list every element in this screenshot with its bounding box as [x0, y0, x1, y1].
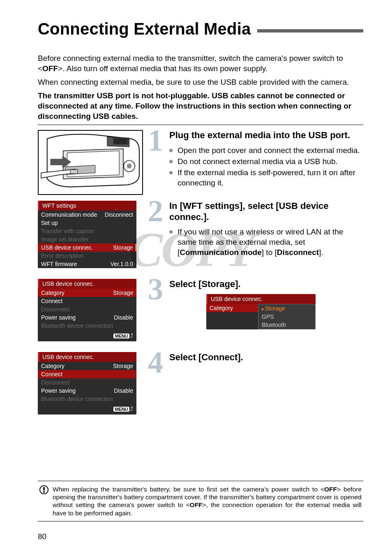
s2-b-b: Communication mode	[180, 248, 262, 257]
wft-row-transfer: Transfer with caption	[38, 227, 136, 235]
step-1-bullets: Open the port cover and connect the exte…	[169, 145, 363, 188]
usb2-row-category: CategoryStorage	[38, 362, 136, 370]
wft-row-firmware: WFT firmwareVer.1.0.0	[38, 260, 136, 268]
usb2-power-label: Power saving	[41, 387, 76, 394]
note-off2: OFF	[190, 501, 203, 508]
step-2-heading: In [WFT settings], select [USB device co…	[169, 201, 363, 222]
dd-opt-storage: ▸Storage	[258, 304, 315, 313]
wft-settings-menu: WFT settings Communication modeDisconnec…	[38, 201, 136, 268]
usb-menu-1: USB device connec. CategoryStorage Conne…	[38, 279, 136, 341]
step-4-num-col: 4	[148, 352, 169, 419]
step-4-heading: Select [Connect].	[169, 352, 363, 363]
intro-paragraph-2: When connecting external media, be sure …	[38, 77, 363, 87]
caution-note: When replacing the transmitter's battery…	[38, 481, 363, 522]
usb2-category-label: Category	[41, 363, 65, 369]
wft-row-imgsel-label: Image sel./transfer	[41, 236, 89, 243]
step-3-heading: Select [Storage].	[169, 279, 363, 290]
usb2-footer: MENU⤴	[38, 403, 136, 415]
step-4-number: 4	[148, 350, 169, 375]
camera-svg	[39, 131, 142, 194]
usb1-row-connect: Connect	[38, 297, 136, 305]
wft-row-setup-label: Set up	[41, 220, 58, 226]
usb1-category-value: Storage	[113, 290, 133, 296]
wft-row-usb-label: USB device connec.	[41, 244, 93, 251]
wft-row-error-label: Error description	[41, 253, 83, 259]
intro-p1-off: OFF	[42, 64, 58, 73]
wft-row-commmode: Communication modeDisconnect	[38, 211, 136, 219]
step-3-row: USB device connec. CategoryStorage Conne…	[38, 279, 363, 346]
step-4-body: Select [Connect].	[169, 352, 363, 419]
usb1-category-label: Category	[41, 290, 65, 296]
intro-paragraph-3: The transmitter USB port is not hot-plug…	[38, 90, 363, 121]
camera-illustration	[38, 130, 143, 195]
step-2-body: In [WFT settings], select [USB device co…	[169, 201, 363, 273]
step-4-row: USB device connec. CategoryStorage Conne…	[38, 352, 363, 419]
wft-row-error: Error description	[38, 252, 136, 260]
wft-menu-title: WFT settings	[38, 201, 136, 211]
step-1-number: 1	[148, 128, 169, 153]
step-3-number: 3	[148, 277, 169, 301]
usb2-title: USB device connec.	[38, 352, 136, 362]
wft-row-usb-value: Storage	[113, 244, 133, 251]
usb1-connect-label: Connect	[41, 298, 62, 304]
usb1-power-label: Power saving	[41, 314, 76, 321]
usb2-disconnect-label: Disconnect	[41, 379, 69, 386]
intro-divider	[38, 125, 363, 125]
wft-row-commmode-value: Disconnect	[105, 211, 133, 218]
usb2-row-bt: Bluetooth device connection	[38, 395, 136, 403]
usb2-power-value: Disable	[114, 387, 133, 394]
step-2-num-col: 2	[148, 201, 169, 273]
usb1-row-bt: Bluetooth device connection	[38, 322, 136, 330]
s2-b-c: ] to [	[262, 248, 277, 257]
svg-rect-14	[43, 487, 45, 490]
dd-category-label: Category	[210, 305, 233, 311]
dd-title: USB device connec.	[206, 294, 316, 304]
wft-row-commmode-label: Communication mode	[41, 211, 97, 218]
dd-arrow-icon: ▸	[262, 306, 264, 312]
usb1-disconnect-label: Disconnect	[41, 306, 69, 313]
step-1-num-col: 1	[148, 130, 169, 195]
dd-opt-bt: Bluetooth	[258, 321, 315, 329]
usb-dropdown-menu: USB device connec. Category ▸Storage GPS…	[206, 294, 316, 329]
wft-row-imgsel: Image sel./transfer	[38, 235, 136, 243]
usb2-connect-label: Connect	[41, 371, 62, 378]
wft-row-usb: USB device connec.Storage	[38, 243, 136, 252]
step-3-num-col: 3	[148, 279, 169, 346]
step-1-image-col	[38, 130, 148, 195]
wft-row-transfer-label: Transfer with caption	[41, 228, 94, 234]
page-number: 80	[38, 532, 46, 541]
step-1-bullet-1: Open the port cover and connect the exte…	[169, 145, 363, 155]
s2-b-e: ].	[319, 248, 323, 257]
s2-b-d: Disconnect	[277, 248, 319, 257]
caution-icon	[39, 485, 48, 494]
note-a: When replacing the transmitter's battery…	[53, 486, 324, 493]
usb1-title: USB device connec.	[38, 279, 136, 289]
usb2-back-icon: ⤴	[130, 405, 133, 412]
usb-menu-2: USB device connec. CategoryStorage Conne…	[38, 352, 136, 415]
usb2-row-connect: Connect	[38, 370, 136, 378]
usb1-footer: MENU⤴	[38, 330, 136, 341]
step-1-bullet-2: Do not connect external media via a USB …	[169, 156, 363, 167]
step-3-image-col: USB device connec. CategoryStorage Conne…	[38, 279, 148, 346]
intro-p1-b: >. Also turn off external media that has…	[58, 64, 267, 73]
dd-opt-gps: GPS	[258, 313, 315, 321]
step-1-row: 1 Plug the external media into the USB p…	[38, 130, 363, 195]
step-3-body: Select [Storage]. USB device connec. Cat…	[169, 279, 363, 346]
usb2-row-power: Power savingDisable	[38, 387, 136, 395]
intro-p3-bold: The transmitter USB port is not hot-plug…	[38, 91, 351, 120]
usb2-row-disconnect: Disconnect	[38, 378, 136, 387]
usb1-power-value: Disable	[114, 314, 133, 321]
step-2-bullets: If you will not use a wireless or wired …	[169, 227, 363, 257]
step-4-image-col: USB device connec. CategoryStorage Conne…	[38, 352, 148, 419]
title-divider	[257, 29, 363, 32]
step-1-bullet-3: If the external media is self-powered, t…	[169, 167, 363, 188]
step-1-body: Plug the external media into the USB por…	[169, 130, 363, 195]
wft-row-firmware-value: Ver.1.0.0	[111, 261, 133, 267]
usb1-menu-btn: MENU	[113, 334, 129, 338]
note-off1: OFF	[324, 486, 337, 493]
usb2-bt-label: Bluetooth device connection	[41, 396, 113, 402]
svg-point-11	[127, 164, 132, 169]
usb1-back-icon: ⤴	[130, 332, 133, 339]
step-2-image-col: WFT settings Communication modeDisconnec…	[38, 201, 148, 273]
step-2-bullet-1: If you will not use a wireless or wired …	[169, 227, 363, 257]
